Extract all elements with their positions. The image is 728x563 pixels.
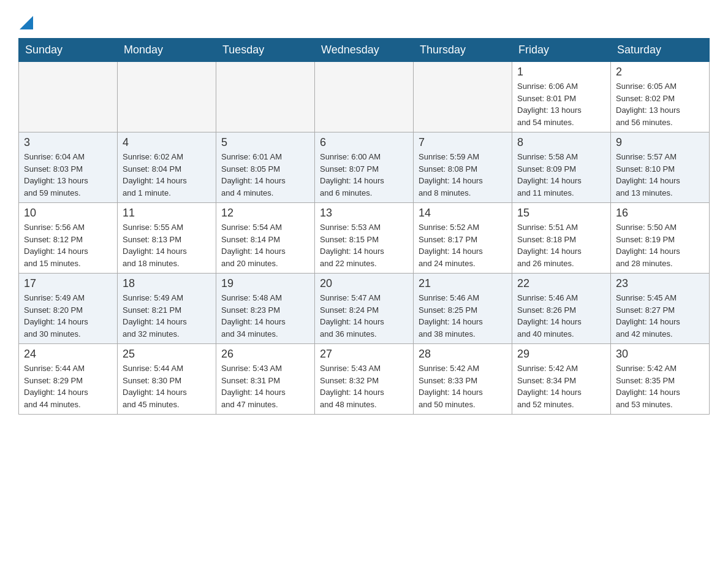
calendar-table: SundayMondayTuesdayWednesdayThursdayFrid… xyxy=(18,38,710,415)
day-info: Sunrise: 5:47 AM Sunset: 8:24 PM Dayligh… xyxy=(320,292,408,340)
calendar-day-header: Thursday xyxy=(414,39,512,62)
day-info: Sunrise: 6:06 AM Sunset: 8:01 PM Dayligh… xyxy=(517,80,605,128)
day-info: Sunrise: 5:56 AM Sunset: 8:12 PM Dayligh… xyxy=(24,221,112,269)
day-info: Sunrise: 5:45 AM Sunset: 8:27 PM Dayligh… xyxy=(616,292,704,340)
day-number: 28 xyxy=(419,348,507,361)
calendar-day-header: Wednesday xyxy=(315,39,414,62)
calendar-cell: 28Sunrise: 5:42 AM Sunset: 8:33 PM Dayli… xyxy=(414,344,512,415)
calendar-cell: 1Sunrise: 6:06 AM Sunset: 8:01 PM Daylig… xyxy=(512,62,611,132)
day-number: 13 xyxy=(320,207,408,220)
day-info: Sunrise: 5:49 AM Sunset: 8:20 PM Dayligh… xyxy=(24,292,112,340)
calendar-week-row: 3Sunrise: 6:04 AM Sunset: 8:03 PM Daylig… xyxy=(19,132,710,203)
calendar-cell: 29Sunrise: 5:42 AM Sunset: 8:34 PM Dayli… xyxy=(512,344,611,415)
calendar-cell: 17Sunrise: 5:49 AM Sunset: 8:20 PM Dayli… xyxy=(19,274,118,344)
calendar-cell: 2Sunrise: 6:05 AM Sunset: 8:02 PM Daylig… xyxy=(611,62,710,132)
day-info: Sunrise: 6:01 AM Sunset: 8:05 PM Dayligh… xyxy=(221,151,309,199)
day-info: Sunrise: 6:04 AM Sunset: 8:03 PM Dayligh… xyxy=(24,151,112,199)
day-info: Sunrise: 6:00 AM Sunset: 8:07 PM Dayligh… xyxy=(320,151,408,199)
day-info: Sunrise: 5:44 AM Sunset: 8:30 PM Dayligh… xyxy=(123,362,211,410)
calendar-cell: 13Sunrise: 5:53 AM Sunset: 8:15 PM Dayli… xyxy=(315,203,414,274)
day-number: 15 xyxy=(517,207,605,220)
calendar-cell xyxy=(118,62,216,132)
calendar-cell: 15Sunrise: 5:51 AM Sunset: 8:18 PM Dayli… xyxy=(512,203,611,274)
calendar-week-row: 24Sunrise: 5:44 AM Sunset: 8:29 PM Dayli… xyxy=(19,344,710,415)
day-number: 27 xyxy=(320,348,408,361)
svg-marker-0 xyxy=(20,16,33,29)
calendar-cell: 16Sunrise: 5:50 AM Sunset: 8:19 PM Dayli… xyxy=(611,203,710,274)
calendar-day-header: Saturday xyxy=(611,39,710,62)
calendar-day-header: Friday xyxy=(512,39,611,62)
day-info: Sunrise: 5:46 AM Sunset: 8:26 PM Dayligh… xyxy=(517,292,605,340)
calendar-cell: 21Sunrise: 5:46 AM Sunset: 8:25 PM Dayli… xyxy=(414,274,512,344)
day-number: 12 xyxy=(221,207,309,220)
day-number: 26 xyxy=(221,348,309,361)
day-info: Sunrise: 5:48 AM Sunset: 8:23 PM Dayligh… xyxy=(221,292,309,340)
day-number: 8 xyxy=(517,136,605,149)
day-info: Sunrise: 5:57 AM Sunset: 8:10 PM Dayligh… xyxy=(616,151,704,199)
calendar-cell: 26Sunrise: 5:43 AM Sunset: 8:31 PM Dayli… xyxy=(216,344,315,415)
calendar-week-row: 17Sunrise: 5:49 AM Sunset: 8:20 PM Dayli… xyxy=(19,274,710,344)
day-info: Sunrise: 5:49 AM Sunset: 8:21 PM Dayligh… xyxy=(123,292,211,340)
calendar-header-row: SundayMondayTuesdayWednesdayThursdayFrid… xyxy=(19,39,710,62)
day-number: 23 xyxy=(616,277,704,290)
day-number: 9 xyxy=(616,136,704,149)
page-header xyxy=(18,12,710,32)
calendar-cell: 24Sunrise: 5:44 AM Sunset: 8:29 PM Dayli… xyxy=(19,344,118,415)
day-info: Sunrise: 5:43 AM Sunset: 8:31 PM Dayligh… xyxy=(221,362,309,410)
calendar-day-header: Tuesday xyxy=(216,39,315,62)
day-number: 18 xyxy=(123,277,211,290)
calendar-day-header: Monday xyxy=(118,39,216,62)
day-info: Sunrise: 5:52 AM Sunset: 8:17 PM Dayligh… xyxy=(419,221,507,269)
calendar-cell: 9Sunrise: 5:57 AM Sunset: 8:10 PM Daylig… xyxy=(611,132,710,203)
calendar-cell: 27Sunrise: 5:43 AM Sunset: 8:32 PM Dayli… xyxy=(315,344,414,415)
calendar-cell xyxy=(216,62,315,132)
calendar-week-row: 1Sunrise: 6:06 AM Sunset: 8:01 PM Daylig… xyxy=(19,62,710,132)
day-info: Sunrise: 5:42 AM Sunset: 8:35 PM Dayligh… xyxy=(616,362,704,410)
day-info: Sunrise: 5:58 AM Sunset: 8:09 PM Dayligh… xyxy=(517,151,605,199)
day-number: 19 xyxy=(221,277,309,290)
calendar-cell: 7Sunrise: 5:59 AM Sunset: 8:08 PM Daylig… xyxy=(414,132,512,203)
calendar-cell: 3Sunrise: 6:04 AM Sunset: 8:03 PM Daylig… xyxy=(19,132,118,203)
day-info: Sunrise: 6:02 AM Sunset: 8:04 PM Dayligh… xyxy=(123,151,211,199)
calendar-cell: 22Sunrise: 5:46 AM Sunset: 8:26 PM Dayli… xyxy=(512,274,611,344)
calendar-cell: 18Sunrise: 5:49 AM Sunset: 8:21 PM Dayli… xyxy=(118,274,216,344)
calendar-cell: 30Sunrise: 5:42 AM Sunset: 8:35 PM Dayli… xyxy=(611,344,710,415)
logo-triangle-icon xyxy=(20,16,33,29)
calendar-cell: 19Sunrise: 5:48 AM Sunset: 8:23 PM Dayli… xyxy=(216,274,315,344)
logo xyxy=(18,12,33,32)
day-info: Sunrise: 5:43 AM Sunset: 8:32 PM Dayligh… xyxy=(320,362,408,410)
day-info: Sunrise: 5:55 AM Sunset: 8:13 PM Dayligh… xyxy=(123,221,211,269)
day-info: Sunrise: 6:05 AM Sunset: 8:02 PM Dayligh… xyxy=(616,80,704,128)
calendar-cell: 8Sunrise: 5:58 AM Sunset: 8:09 PM Daylig… xyxy=(512,132,611,203)
calendar-day-header: Sunday xyxy=(19,39,118,62)
calendar-cell: 6Sunrise: 6:00 AM Sunset: 8:07 PM Daylig… xyxy=(315,132,414,203)
day-number: 1 xyxy=(517,66,605,79)
day-info: Sunrise: 5:59 AM Sunset: 8:08 PM Dayligh… xyxy=(419,151,507,199)
calendar-cell: 12Sunrise: 5:54 AM Sunset: 8:14 PM Dayli… xyxy=(216,203,315,274)
day-number: 16 xyxy=(616,207,704,220)
day-number: 17 xyxy=(24,277,112,290)
day-number: 3 xyxy=(24,136,112,149)
day-number: 29 xyxy=(517,348,605,361)
day-info: Sunrise: 5:42 AM Sunset: 8:33 PM Dayligh… xyxy=(419,362,507,410)
day-info: Sunrise: 5:53 AM Sunset: 8:15 PM Dayligh… xyxy=(320,221,408,269)
day-number: 22 xyxy=(517,277,605,290)
calendar-cell: 23Sunrise: 5:45 AM Sunset: 8:27 PM Dayli… xyxy=(611,274,710,344)
calendar-cell: 20Sunrise: 5:47 AM Sunset: 8:24 PM Dayli… xyxy=(315,274,414,344)
day-info: Sunrise: 5:50 AM Sunset: 8:19 PM Dayligh… xyxy=(616,221,704,269)
day-info: Sunrise: 5:46 AM Sunset: 8:25 PM Dayligh… xyxy=(419,292,507,340)
day-number: 6 xyxy=(320,136,408,149)
day-number: 20 xyxy=(320,277,408,290)
day-number: 4 xyxy=(123,136,211,149)
day-number: 2 xyxy=(616,66,704,79)
day-number: 14 xyxy=(419,207,507,220)
calendar-cell: 10Sunrise: 5:56 AM Sunset: 8:12 PM Dayli… xyxy=(19,203,118,274)
day-number: 21 xyxy=(419,277,507,290)
calendar-cell xyxy=(315,62,414,132)
day-number: 30 xyxy=(616,348,704,361)
calendar-cell: 5Sunrise: 6:01 AM Sunset: 8:05 PM Daylig… xyxy=(216,132,315,203)
calendar-cell: 25Sunrise: 5:44 AM Sunset: 8:30 PM Dayli… xyxy=(118,344,216,415)
day-info: Sunrise: 5:51 AM Sunset: 8:18 PM Dayligh… xyxy=(517,221,605,269)
calendar-week-row: 10Sunrise: 5:56 AM Sunset: 8:12 PM Dayli… xyxy=(19,203,710,274)
day-info: Sunrise: 5:54 AM Sunset: 8:14 PM Dayligh… xyxy=(221,221,309,269)
